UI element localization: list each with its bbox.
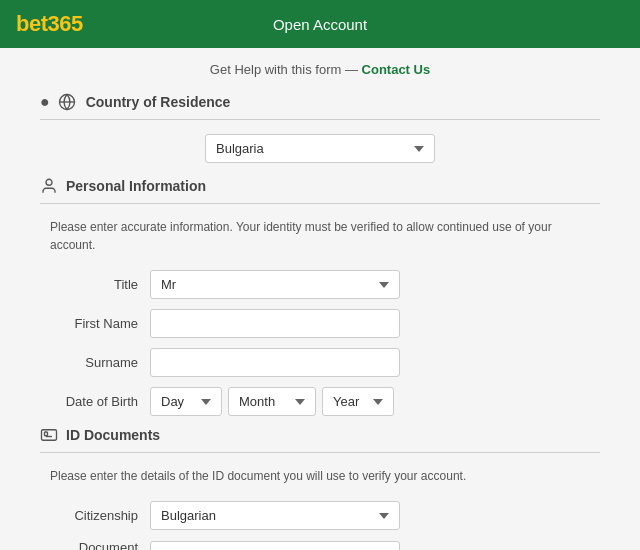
personal-info-text: Please enter accurate information. Your …	[50, 218, 590, 254]
svg-rect-3	[42, 430, 57, 441]
logo-bet: bet	[16, 11, 48, 36]
id-icon	[40, 426, 58, 444]
title-select[interactable]: Mr	[150, 270, 400, 299]
personal-section-header: Personal Information	[40, 177, 600, 204]
page-content: Get Help with this form — Contact Us ● C…	[0, 48, 640, 550]
country-select[interactable]: Bulgaria	[205, 134, 435, 163]
firstname-control	[150, 309, 590, 338]
logo-365: 365	[48, 11, 83, 36]
id-section-title: ID Documents	[66, 427, 160, 443]
id-section: ID Documents Please enter the details of…	[40, 426, 600, 550]
help-text: Get Help with this form —	[210, 62, 358, 77]
personal-section-title: Personal Information	[66, 178, 206, 194]
country-section: ● Country of Residence Bulgaria	[40, 93, 600, 163]
country-section-title: Country of Residence	[86, 94, 231, 110]
firstname-input[interactable]	[150, 309, 400, 338]
surname-input[interactable]	[150, 348, 400, 377]
surname-row: Surname	[50, 348, 590, 377]
country-icon	[58, 93, 76, 111]
doctype-label: Document Type	[50, 540, 150, 550]
firstname-row: First Name	[50, 309, 590, 338]
citizenship-select[interactable]: Bulgarian	[150, 501, 400, 530]
person-icon	[40, 177, 58, 195]
citizenship-label: Citizenship	[50, 508, 150, 523]
surname-label: Surname	[50, 355, 150, 370]
personal-section: Personal Information Please enter accura…	[40, 177, 600, 416]
dob-row: Date of Birth Day Month Year	[50, 387, 590, 416]
dob-label: Date of Birth	[50, 394, 150, 409]
svg-point-2	[46, 179, 52, 185]
dob-controls: Day Month Year	[150, 387, 590, 416]
citizenship-row: Citizenship Bulgarian	[50, 501, 590, 530]
dob-day-select[interactable]: Day	[150, 387, 222, 416]
title-control: Mr	[150, 270, 590, 299]
id-info-text: Please enter the details of the ID docum…	[50, 467, 590, 485]
doctype-control: Please select	[150, 541, 590, 551]
doctype-select[interactable]: Please select	[150, 541, 400, 551]
page-header: bet365 Open Account	[0, 0, 640, 48]
firstname-label: First Name	[50, 316, 150, 331]
page-title: Open Account	[273, 16, 367, 33]
help-bar: Get Help with this form — Contact Us	[40, 62, 600, 77]
dob-year-select[interactable]: Year	[322, 387, 394, 416]
id-section-header: ID Documents	[40, 426, 600, 453]
title-label: Title	[50, 277, 150, 292]
country-section-header: ● Country of Residence	[40, 93, 600, 120]
globe-icon: ●	[40, 93, 50, 111]
id-form-body: Please enter the details of the ID docum…	[40, 467, 600, 550]
personal-form-body: Please enter accurate information. Your …	[40, 218, 600, 416]
citizenship-control: Bulgarian	[150, 501, 590, 530]
contact-us-link[interactable]: Contact Us	[362, 62, 431, 77]
dob-month-select[interactable]: Month	[228, 387, 316, 416]
surname-control	[150, 348, 590, 377]
logo: bet365	[16, 11, 83, 37]
country-row: Bulgaria	[40, 134, 600, 163]
title-row: Title Mr	[50, 270, 590, 299]
doctype-row: Document Type Please select	[50, 540, 590, 550]
